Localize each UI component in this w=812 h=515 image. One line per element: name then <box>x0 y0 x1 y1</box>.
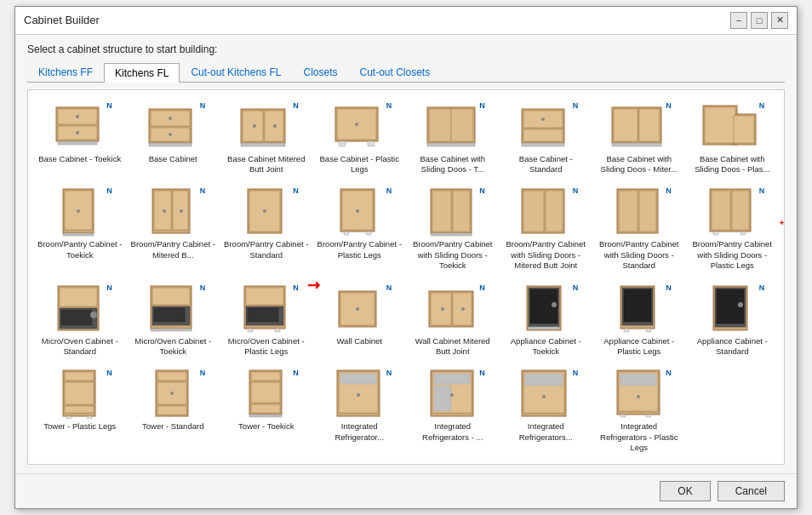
cabinet-item-appliance-toekick[interactable]: NAppliance Cabinet - Toekick <box>501 279 592 362</box>
svg-point-43 <box>77 209 80 213</box>
n-badge: N <box>573 369 579 377</box>
cabinet-item-tower-toekick[interactable]: NTower - Toekick <box>221 364 312 457</box>
cabinet-item-broom-sliding-toekick[interactable]: NBroom/Pantry Cabinet with Sliding Doors… <box>408 182 498 275</box>
cabinet-item-integrated-refrigerators2[interactable]: NIntegrated Refrigerators - ... <box>408 364 498 457</box>
n-badge: N <box>666 101 672 110</box>
cabinet-item-base-sliding-t[interactable]: NBase Cabinet with Sliding Doos - T... <box>408 97 498 180</box>
svg-point-51 <box>263 209 266 213</box>
svg-rect-99 <box>529 327 559 329</box>
svg-rect-132 <box>434 374 470 384</box>
cabinet-item-broom-sliding-standard[interactable]: NBroom/Pantry Cabinet with Sliding Doors… <box>594 182 684 275</box>
tab-cut-out-kitchens-fl[interactable]: Cut-out Kitchens FL <box>180 62 292 82</box>
cabinet-item-base-standard2[interactable]: NBase Cabinet - Standard <box>501 97 592 180</box>
cabinet-image-appliance-standard: N <box>698 283 766 335</box>
cabinet-item-broom-sliding-plastic[interactable]: NBroom/Pantry Cabinet with Sliding Doors… <box>688 182 778 275</box>
svg-rect-111 <box>65 372 94 381</box>
cabinet-image-base-plastic: N <box>325 101 393 152</box>
svg-point-76 <box>90 312 97 318</box>
cabinet-item-base-toekick[interactable]: NBase Cabinet - Toekick <box>35 97 125 180</box>
cabinet-item-integrated-refrigerators3[interactable]: NIntegrated Refrigerators... <box>501 364 592 457</box>
cabinet-item-appliance-standard[interactable]: NAppliance Cabinet - Standard <box>688 279 778 362</box>
cancel-button[interactable]: Cancel <box>718 481 785 501</box>
svg-rect-9 <box>149 143 192 146</box>
cabinet-image-base-sliding-miter: N <box>605 101 673 152</box>
cabinet-item-base-sliding-plas[interactable]: NBase Cabinet with Sliding Doos - Plas..… <box>688 97 778 180</box>
title-bar-left: Cabinet Builder <box>24 14 100 26</box>
tab-closets[interactable]: Closets <box>292 62 348 82</box>
cabinet-label-base-mitered: Base Cabinet Mitered Butt Joint <box>224 154 309 175</box>
subtitle-text: Select a cabinet structure to start buil… <box>27 43 785 55</box>
svg-rect-65 <box>619 191 638 232</box>
svg-point-109 <box>738 302 743 307</box>
svg-rect-78 <box>152 288 190 305</box>
cabinet-item-wall-mitered[interactable]: NWall Cabinet Mitered Butt Joint <box>408 279 498 362</box>
n-badge: N <box>200 283 206 292</box>
cabinet-item-base-standard[interactable]: NBase Cabinet <box>129 97 219 180</box>
content-area: Select a cabinet structure to start buil… <box>15 35 797 473</box>
svg-rect-29 <box>523 129 563 141</box>
cabinet-item-broom-plastic[interactable]: NBroom/Pantry Cabinet - Plastic Legs <box>315 182 405 275</box>
tab-kitchens-fl[interactable]: Kitchens FL <box>104 63 180 83</box>
svg-rect-55 <box>366 232 371 235</box>
svg-point-100 <box>552 302 557 307</box>
cabinet-image-broom-sliding-toekick: N <box>419 186 487 237</box>
maximize-button[interactable]: □ <box>751 12 768 29</box>
cabinet-item-base-mitered[interactable]: NBase Cabinet Mitered Butt Joint <box>221 97 312 180</box>
svg-rect-75 <box>61 310 92 325</box>
cabinet-label-base-sliding-plas: Base Cabinet with Sliding Doos - Plas... <box>690 154 775 175</box>
svg-rect-83 <box>246 288 283 305</box>
cabinet-item-base-plastic[interactable]: NBase Cabinet - Plastic Legs <box>315 97 405 180</box>
svg-rect-80 <box>154 308 185 322</box>
cabinet-image-integrated-refrigerators2: N <box>419 369 487 420</box>
cabinet-item-broom-standard[interactable]: NBroom/Pantry Cabinet - Standard <box>221 182 312 275</box>
svg-rect-33 <box>614 109 638 141</box>
ok-button[interactable]: OK <box>660 481 710 501</box>
cabinet-item-broom-sliding-mitered[interactable]: NBroom/Pantry Cabinet with Sliding Doors… <box>501 182 592 275</box>
cabinet-label-appliance-plastic: Appliance Cabinet - Plastic Legs <box>597 336 682 358</box>
svg-point-138 <box>542 395 546 398</box>
cabinet-item-tower-standard[interactable]: NTower - Standard <box>129 364 219 457</box>
tab-kitchens-ff[interactable]: Kitchens FF <box>27 62 104 82</box>
svg-rect-62 <box>523 191 544 232</box>
svg-rect-112 <box>65 382 94 404</box>
svg-rect-117 <box>157 372 186 381</box>
cabinet-image-tower-standard: N <box>139 369 207 420</box>
svg-rect-66 <box>639 191 656 232</box>
svg-point-16 <box>253 124 256 128</box>
cabinet-image-tower-plastic: N <box>46 369 114 420</box>
cabinet-item-broom-mitered[interactable]: NBroom/Pantry Cabinet - Mitered B... <box>129 182 219 275</box>
svg-point-94 <box>441 307 444 311</box>
cabinet-label-broom-sliding-standard: Broom/Pantry Cabinet with Sliding Doors … <box>597 239 682 271</box>
svg-point-48 <box>180 209 183 213</box>
cabinet-label-broom-sliding-plastic: Broom/Pantry Cabinet with Sliding Doors … <box>690 239 775 271</box>
cabinet-item-appliance-plastic[interactable]: NAppliance Cabinet - Plastic Legs <box>594 279 684 362</box>
title-bar: Cabinet Builder − □ ✕ <box>15 7 797 35</box>
n-badge: N <box>479 101 485 110</box>
n-badge: N <box>759 186 765 195</box>
cabinet-item-micro-toekick[interactable]: NMicro/Oven Cabinet - Toekick <box>129 279 219 362</box>
cabinet-item-base-sliding-miter[interactable]: NBase Cabinet with Sliding Doos - Miter.… <box>594 97 684 180</box>
cabinet-item-integrated-refrigerators-plastic[interactable]: NIntegrated Refrigerators - Plastic Legs <box>594 364 684 457</box>
n-badge: N <box>106 101 112 110</box>
n-badge: N <box>666 283 672 292</box>
n-badge: N <box>666 186 672 195</box>
cabinet-grid-container: NBase Cabinet - Toekick NBase Cabinet NB… <box>27 89 785 465</box>
cabinet-item-micro-standard[interactable]: NMicro/Oven Cabinet - Standard <box>35 279 125 362</box>
svg-point-144 <box>637 395 640 398</box>
cabinet-image-broom-plastic: N <box>325 186 393 237</box>
tab-cut-out-closets[interactable]: Cut-out Closets <box>348 62 441 82</box>
cabinet-item-integrated-refrigerator[interactable]: NIntegrated Refrigerator... <box>315 364 405 457</box>
svg-rect-103 <box>624 289 651 322</box>
minimize-button[interactable]: − <box>730 12 747 29</box>
svg-point-90 <box>356 307 359 311</box>
close-button[interactable]: ✕ <box>771 12 788 29</box>
cabinet-label-base-plastic: Base Cabinet - Plastic Legs <box>317 154 403 175</box>
cabinet-item-broom-toekick[interactable]: NBroom/Pantry Cabinet - Toekick <box>35 182 125 275</box>
svg-rect-69 <box>732 191 749 230</box>
svg-rect-133 <box>434 386 451 411</box>
cabinet-item-micro-plastic[interactable]: NMicro/Oven Cabinet - Plastic Legs <box>221 279 312 362</box>
svg-rect-70 <box>713 232 718 235</box>
cabinet-image-broom-standard: N <box>232 186 300 237</box>
cabinet-item-wall-cabinet[interactable]: NWall Cabinet↗ <box>315 279 405 362</box>
cabinet-item-tower-plastic[interactable]: NTower - Plastic Legs <box>35 364 125 457</box>
